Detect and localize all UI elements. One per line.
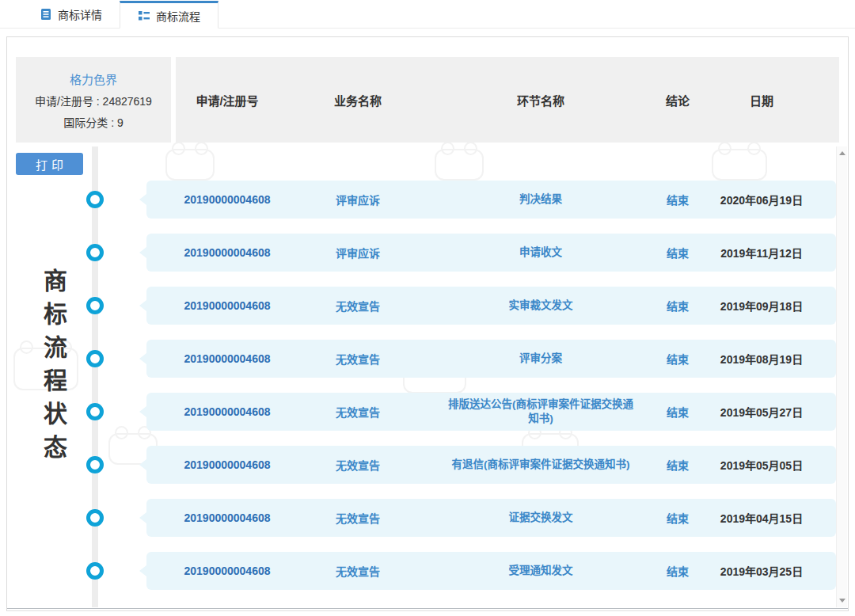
scroll-up-icon[interactable] xyxy=(839,151,846,155)
cell-conclusion: 结束 xyxy=(644,404,711,420)
cell-conclusion: 结束 xyxy=(644,298,711,314)
cell-date: 2019年05月05日 xyxy=(711,457,812,473)
timeline-node-icon xyxy=(86,244,104,261)
cell-business-name: 无效宣告 xyxy=(279,457,437,473)
header-business: 业务名称 xyxy=(279,92,437,108)
timeline-row: 20190000004608 评审应诉 申请收文 结束 2019年11月12日 xyxy=(7,226,848,279)
process-row[interactable]: 20190000004608 无效宣告 排版送达公告(商标评审案件证据交换通知书… xyxy=(146,393,836,431)
cell-conclusion: 结束 xyxy=(644,457,711,473)
cell-reg-no: 20190000004608 xyxy=(176,565,279,577)
cell-stage-name: 申请收文 xyxy=(437,245,644,260)
registration-number: 申请/注册号 : 24827619 xyxy=(35,93,152,108)
timeline-node-icon xyxy=(86,403,104,420)
bubble-arrow-icon xyxy=(139,406,146,417)
cell-business-name: 无效宣告 xyxy=(279,351,437,367)
header-date: 日期 xyxy=(711,92,812,108)
table-header: 申请/注册号 业务名称 环节名称 结论 日期 xyxy=(176,57,839,143)
cell-reg-no: 20190000004608 xyxy=(176,352,279,365)
header-stage: 环节名称 xyxy=(437,92,644,108)
cell-reg-no: 20190000004608 xyxy=(176,405,279,418)
cell-date: 2019年09月18日 xyxy=(711,298,812,314)
scrollbar[interactable] xyxy=(836,146,847,607)
cell-stage-name: 评审分案 xyxy=(437,352,644,366)
timeline-node-icon xyxy=(86,562,104,580)
tab-label: 商标详情 xyxy=(58,6,102,22)
cell-reg-no: 20190000004608 xyxy=(176,193,279,206)
cell-stage-name: 证据交换发文 xyxy=(437,511,644,525)
international-class: 国际分类 : 9 xyxy=(63,114,123,130)
cell-business-name: 评审应诉 xyxy=(279,192,437,207)
cell-reg-no: 20190000004608 xyxy=(176,299,279,312)
cell-stage-name: 排版送达公告(商标评审案件证据交换通知书) xyxy=(437,397,644,425)
cell-business-name: 无效宣告 xyxy=(279,404,437,420)
cell-business-name: 评审应诉 xyxy=(279,245,437,260)
process-row[interactable]: 20190000004608 无效宣告 评审分案 结束 2019年08月19日 xyxy=(146,340,836,378)
timeline-row: 20190000004608 评审应诉 判决结果 结束 2020年06月19日 xyxy=(7,173,848,226)
cell-conclusion: 结束 xyxy=(644,510,711,526)
header-conclusion: 结论 xyxy=(644,92,711,108)
document-icon xyxy=(40,8,52,21)
scroll-down-icon[interactable] xyxy=(839,599,846,603)
cell-date: 2020年06月19日 xyxy=(711,192,812,207)
timeline-node-icon xyxy=(86,191,104,208)
cell-stage-name: 实审裁文发文 xyxy=(437,298,644,313)
trademark-name-link[interactable]: 格力色界 xyxy=(70,70,117,87)
timeline-row: 20190000004608 无效宣告 证据交换发文 结束 2019年04月15… xyxy=(7,492,848,545)
process-row[interactable]: 20190000004608 评审应诉 判决结果 结束 2020年06月19日 xyxy=(146,181,836,219)
timeline-node-icon xyxy=(86,509,104,527)
vertical-title: 商标流程状态 xyxy=(36,268,70,468)
cell-business-name: 无效宣告 xyxy=(279,563,437,579)
timeline-row: 20190000004608 无效宣告 有退信(商标评审案件证据交换通知书) 结… xyxy=(7,439,848,492)
process-row[interactable]: 20190000004608 评审应诉 申请收文 结束 2019年11月12日 xyxy=(146,234,836,272)
process-row[interactable]: 20190000004608 无效宣告 有退信(商标评审案件证据交换通知书) 结… xyxy=(146,446,836,484)
timeline-node-icon xyxy=(86,456,104,473)
timeline-row: 20190000004608 无效宣告 排版送达公告(商标评审案件证据交换通知书… xyxy=(7,386,848,439)
tab-trademark-process[interactable]: 商标流程 xyxy=(120,1,218,29)
list-icon xyxy=(138,10,150,22)
cell-reg-no: 20190000004608 xyxy=(176,458,279,471)
cell-date: 2019年08月19日 xyxy=(711,351,812,367)
timeline-row: 20190000004608 无效宣告 受理通知发文 结束 2019年03月25… xyxy=(7,545,848,598)
tab-bar: 商标详情 商标流程 xyxy=(0,0,855,29)
print-button[interactable]: 打印 xyxy=(16,153,83,175)
process-rows: 20190000004608 评审应诉 判决结果 结束 2020年06月19日 … xyxy=(7,173,848,598)
cell-conclusion: 结束 xyxy=(644,351,711,367)
timeline-node-icon xyxy=(86,350,104,367)
cell-date: 2019年11月12日 xyxy=(711,245,812,260)
cell-reg-no: 20190000004608 xyxy=(176,246,279,259)
cell-stage-name: 判决结果 xyxy=(437,192,644,207)
bottom-divider xyxy=(7,608,848,609)
cell-reg-no: 20190000004608 xyxy=(176,511,279,524)
tab-label: 商标流程 xyxy=(156,8,200,24)
trademark-summary: 格力色界 申请/注册号 : 24827619 国际分类 : 9 xyxy=(16,57,171,143)
cell-business-name: 无效宣告 xyxy=(279,298,437,314)
cell-conclusion: 结束 xyxy=(644,563,711,579)
bubble-arrow-icon xyxy=(139,565,146,576)
tab-trademark-details[interactable]: 商标详情 xyxy=(22,0,120,28)
cell-stage-name: 有退信(商标评审案件证据交换通知书) xyxy=(437,458,644,472)
cell-conclusion: 结束 xyxy=(644,192,711,207)
cell-conclusion: 结束 xyxy=(644,245,711,260)
bubble-arrow-icon xyxy=(139,300,146,311)
cell-date: 2019年04月15日 xyxy=(711,510,812,526)
timeline-row: 20190000004608 无效宣告 评审分案 结束 2019年08月19日 xyxy=(7,333,848,386)
header-reg-no: 申请/注册号 xyxy=(176,92,279,108)
timeline-row: 20190000004608 无效宣告 实审裁文发文 结束 2019年09月18… xyxy=(7,279,848,333)
cell-business-name: 无效宣告 xyxy=(279,510,437,526)
bubble-arrow-icon xyxy=(139,353,146,364)
cell-date: 2019年05月27日 xyxy=(711,404,812,420)
bubble-arrow-icon xyxy=(139,512,146,523)
bubble-arrow-icon xyxy=(139,194,146,205)
process-row[interactable]: 20190000004608 无效宣告 受理通知发文 结束 2019年03月25… xyxy=(146,552,836,590)
cell-date: 2019年03月25日 xyxy=(711,563,812,579)
timeline-node-icon xyxy=(86,297,104,314)
bubble-arrow-icon xyxy=(139,247,146,258)
process-row[interactable]: 20190000004608 无效宣告 证据交换发文 结束 2019年04月15… xyxy=(146,499,836,537)
cell-stage-name: 受理通知发文 xyxy=(437,564,644,578)
bubble-arrow-icon xyxy=(139,459,146,470)
process-row[interactable]: 20190000004608 无效宣告 实审裁文发文 结束 2019年09月18… xyxy=(146,287,836,325)
trademark-process-panel: 格力色界 申请/注册号 : 24827619 国际分类 : 9 申请/注册号 业… xyxy=(6,36,849,611)
